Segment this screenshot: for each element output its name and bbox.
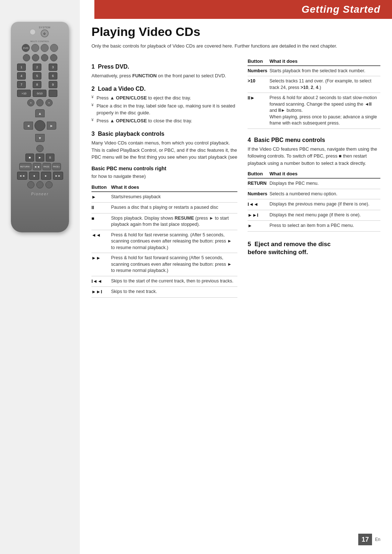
btn-stop: ■ — [91, 213, 111, 230]
left-column: 1 Press DVD. Alternatively, press FUNCTI… — [91, 57, 237, 298]
table-row: Numbers Starts playback from the selecte… — [248, 66, 380, 76]
slow-fwd-button[interactable]: ► — [41, 172, 51, 180]
dpad-center[interactable] — [34, 120, 45, 131]
step1-text: Alternatively, press FUNCTION on the fro… — [91, 72, 237, 80]
desc-next-page: Displays the next menu page (if there is… — [269, 210, 380, 221]
slow-back-button[interactable]: ◄ — [29, 172, 39, 180]
rew-button[interactable]: ◄◄ — [17, 172, 27, 180]
remote-single-row — [15, 145, 65, 152]
remote-brand: Pioneer — [31, 192, 49, 196]
table-row: II Pauses a disc that s playing or resta… — [91, 203, 237, 213]
step4-intro: If the Video CD features PBC menus, navi… — [248, 146, 380, 167]
remote-numpad: 1 2 3 4 5 6 7 8 9 >10 0/10 — [17, 64, 63, 97]
prev-button[interactable]: ◄◄ — [33, 163, 41, 170]
table-row: ►►I Skips to the next track. — [91, 287, 237, 298]
num-6[interactable]: 6 — [49, 72, 57, 80]
remote-circ-c[interactable] — [41, 54, 48, 61]
col-button-4: Button — [248, 170, 269, 178]
col-does-4: What it does — [269, 170, 380, 178]
table-row: ► Starts/resumes playback — [91, 192, 237, 203]
col-button-r: Button — [248, 57, 269, 66]
remote-circle-1[interactable] — [31, 44, 39, 52]
desc-select: Press to select an item from a PBC menu. — [269, 221, 380, 232]
num-2[interactable]: 2 — [33, 64, 41, 71]
page-minus-button[interactable]: PAGE- — [42, 163, 51, 170]
num-3[interactable]: 3 — [49, 64, 57, 71]
step1-title: Press DVD. — [98, 64, 129, 70]
return-button[interactable]: RETURN↑ — [19, 163, 32, 170]
step4-table: Button What it does RETURN Displays the … — [248, 170, 380, 232]
step2-heading: 2 Load a Video CD. — [91, 86, 237, 92]
remote-circ-d[interactable] — [50, 54, 57, 61]
remote-second-row — [15, 54, 65, 61]
step2-bullet-2: Place a disc in the tray, label side fac… — [91, 102, 237, 117]
remote-circ-b[interactable] — [32, 54, 39, 61]
step4-heading: 4 Basic PBC menu controls — [248, 137, 380, 143]
num-7[interactable]: 7 — [17, 81, 26, 88]
extra-2[interactable] — [36, 181, 44, 188]
main-content: Playing Video CDs Only the basic control… — [80, 0, 392, 312]
remote-bottom-row: ◄◄ ◄ ► ►► — [15, 172, 65, 180]
step2: 2 Load a Video CD. Press ▲ OPEN/CLOSE to… — [91, 86, 237, 124]
two-column-layout: 1 Press DVD. Alternatively, press FUNCTI… — [91, 57, 380, 298]
table-row: ►►I Displays the next menu page (if ther… — [248, 210, 380, 221]
play-button[interactable]: ► — [36, 154, 44, 162]
num-5[interactable]: 5 — [33, 72, 41, 80]
remote-circle-3[interactable] — [50, 44, 58, 52]
remote-extra-circle[interactable] — [36, 145, 44, 152]
remote-circle-2[interactable] — [41, 44, 49, 52]
col-does-r: What it does — [269, 57, 380, 66]
page-plus-button[interactable]: PAGE+ — [52, 163, 61, 170]
multicontrol-label: MULTI CONTROL — [30, 40, 49, 42]
desc-pause: Pauses a disc that s playing or restarts… — [111, 203, 237, 213]
step3: 3 Basic playback controls Many Video CDs… — [91, 131, 237, 298]
num-0-10[interactable]: 0/10 — [33, 90, 46, 97]
dpad-right[interactable]: ► — [47, 122, 56, 130]
btn-select: ► — [248, 221, 269, 232]
table-row: ◄◄ Press & hold for fast reverse scannin… — [91, 230, 237, 253]
btn-rew: ◄◄ — [91, 230, 111, 253]
step3-table: Button What it does ► Starts/resumes pla… — [91, 183, 237, 298]
dpad-up[interactable]: ▲ — [35, 109, 45, 117]
remote-control: SYSTEM ⏻ MULTI CONTROL DVD 1 2 3 4 5 6 — [11, 22, 69, 232]
stop-button[interactable]: ■ — [25, 154, 34, 162]
btn-prev-page: I◄◄ — [248, 199, 269, 210]
desc-skip-fwd: Skips to the next track. — [111, 287, 237, 298]
pause-button[interactable]: II — [46, 154, 54, 162]
num-1[interactable]: 1 — [17, 64, 26, 71]
remote-mid-1[interactable]: + — [27, 99, 34, 106]
btn-numbers: Numbers — [248, 66, 269, 76]
page-footer: 17 En — [358, 534, 380, 545]
step2-bullet-1: Press ▲ OPEN/CLOSE to eject the disc tra… — [91, 94, 237, 102]
system-button[interactable]: ⏻ — [41, 29, 49, 37]
page-lang: En — [375, 537, 380, 542]
remote-circ-a[interactable] — [23, 54, 30, 61]
step2-bullet-3: Press ▲ OPEN/CLOSE to close the disc tra… — [91, 117, 237, 125]
remote-mid-2[interactable] — [36, 99, 44, 106]
desc-return: Displays the PBC menu. — [269, 178, 380, 189]
desc-numbers-pbc: Selects a numbered menu option. — [269, 189, 380, 199]
num-9[interactable]: 9 — [49, 81, 57, 88]
dpad-down[interactable]: ▼ — [35, 134, 45, 142]
dpad-left[interactable]: ◄ — [24, 122, 33, 130]
remote-nav-row: RETURN↑ ◄◄ PAGE- PAGE+ — [15, 163, 65, 170]
ffd-button[interactable]: ►► — [53, 172, 63, 180]
num-4[interactable]: 4 — [17, 72, 26, 80]
table-row: II► Press & hold for about 2 seconds to … — [248, 93, 380, 129]
step4-top-table: Button What it does Numbers Starts playb… — [248, 57, 380, 129]
num-8[interactable]: 8 — [33, 81, 41, 88]
remote-top-row: DVD — [15, 44, 65, 52]
step4-title: Basic PBC menu controls — [254, 137, 325, 143]
extra-1[interactable] — [27, 181, 34, 188]
table-row: Numbers Selects a numbered menu option. — [248, 189, 380, 199]
step3-intro: Many Video CDs contain menus, from which… — [91, 139, 237, 161]
num-gt10[interactable]: >10 — [17, 90, 31, 97]
intro-text: Only the basic controls for playback of … — [91, 42, 367, 50]
desc-play: Starts/resumes playback — [111, 192, 237, 203]
step3-heading: 3 Basic playback controls — [91, 131, 237, 137]
extra-3[interactable] — [45, 181, 53, 188]
num-blank — [49, 90, 57, 97]
desc-ffd: Press & hold for fast forward scanning (… — [111, 253, 237, 276]
dvd-button[interactable]: DVD — [22, 44, 30, 52]
remote-mid-3[interactable]: + — [45, 99, 53, 106]
